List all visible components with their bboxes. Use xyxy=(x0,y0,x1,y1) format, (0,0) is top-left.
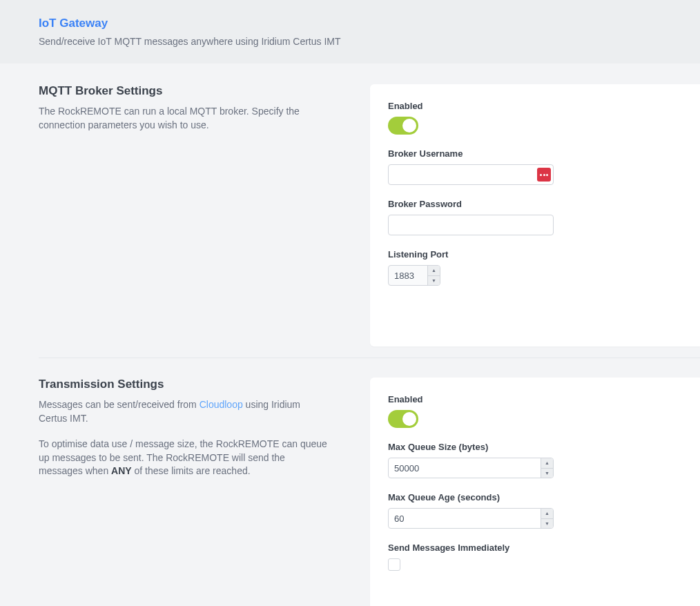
section-transmission-left: Transmission Settings Messages can be se… xyxy=(39,378,329,491)
panel-footer xyxy=(388,597,700,606)
broker-enabled-label: Enabled xyxy=(388,101,672,111)
max-queue-size-input[interactable] xyxy=(389,458,541,478)
broker-username-label: Broker Username xyxy=(388,148,672,159)
listening-port-field: Listening Port ▲ ▼ xyxy=(388,249,672,286)
section-transmission: Transmission Settings Messages can be se… xyxy=(39,378,700,606)
stepper: ▲ ▼ xyxy=(541,509,553,528)
broker-enabled-toggle[interactable] xyxy=(388,117,418,135)
broker-settings-desc: The RockREMOTE can run a local MQTT brok… xyxy=(39,105,329,132)
max-queue-age-stepper: ▲ ▼ xyxy=(388,508,554,529)
page-subtitle: Send/receive IoT MQTT messages anywhere … xyxy=(39,36,661,47)
max-queue-size-label: Max Queue Size (bytes) xyxy=(388,442,672,452)
max-queue-age-field: Max Queue Age (seconds) ▲ ▼ xyxy=(388,492,672,529)
stepper: ▲ ▼ xyxy=(541,458,553,478)
max-queue-age-input[interactable] xyxy=(389,509,541,528)
broker-password-label: Broker Password xyxy=(388,199,672,209)
send-immediately-field: Send Messages Immediately xyxy=(388,543,672,571)
broker-password-field: Broker Password xyxy=(388,199,672,235)
max-queue-size-stepper: ▲ ▼ xyxy=(388,458,554,478)
step-down-button[interactable]: ▼ xyxy=(541,519,553,529)
send-immediately-label: Send Messages Immediately xyxy=(388,543,672,553)
broker-username-input[interactable] xyxy=(388,164,554,185)
step-up-button[interactable]: ▲ xyxy=(541,458,553,469)
transmission-desc-prefix: Messages can be sent/received from xyxy=(39,399,200,410)
transmission-panel: Enabled Max Queue Size (bytes) ▲ ▼ xyxy=(370,378,700,606)
cloudloop-link[interactable]: Cloudloop xyxy=(200,399,243,410)
transmission-desc2-bold: ANY xyxy=(111,465,132,476)
section-broker: MQTT Broker Settings The RockREMOTE can … xyxy=(39,84,700,349)
page-content: MQTT Broker Settings The RockREMOTE can … xyxy=(0,63,700,606)
step-up-button[interactable]: ▲ xyxy=(541,509,553,519)
broker-enabled-field: Enabled xyxy=(388,101,672,135)
password-manager-icon[interactable] xyxy=(537,168,551,182)
toggle-knob xyxy=(402,119,416,133)
page-header: IoT Gateway Send/receive IoT MQTT messag… xyxy=(0,0,700,63)
step-down-button[interactable]: ▼ xyxy=(428,276,440,286)
transmission-enabled-field: Enabled xyxy=(388,394,672,428)
transmission-desc-2: To optimise data use / message size, the… xyxy=(39,438,329,478)
transmission-enabled-label: Enabled xyxy=(388,394,672,404)
listening-port-label: Listening Port xyxy=(388,249,672,260)
max-queue-size-field: Max Queue Size (bytes) ▲ ▼ xyxy=(388,442,672,478)
step-down-button[interactable]: ▼ xyxy=(541,469,553,478)
stepper: ▲ ▼ xyxy=(427,266,440,285)
toggle-knob xyxy=(402,412,416,426)
section-broker-left: MQTT Broker Settings The RockREMOTE can … xyxy=(39,84,329,144)
broker-password-input[interactable] xyxy=(388,215,554,235)
max-queue-age-label: Max Queue Age (seconds) xyxy=(388,492,672,502)
broker-username-field: Broker Username xyxy=(388,148,672,185)
transmission-enabled-toggle[interactable] xyxy=(388,410,418,428)
listening-port-stepper: ▲ ▼ xyxy=(388,265,440,286)
step-up-button[interactable]: ▲ xyxy=(428,266,440,276)
transmission-desc-1: Messages can be sent/received from Cloud… xyxy=(39,398,329,425)
broker-settings-title: MQTT Broker Settings xyxy=(39,84,329,98)
listening-port-input[interactable] xyxy=(389,266,427,285)
transmission-desc2-suffix: of these limits are reached. xyxy=(132,465,251,476)
send-immediately-checkbox[interactable] xyxy=(388,558,400,571)
section-divider xyxy=(39,358,700,358)
transmission-title: Transmission Settings xyxy=(39,378,329,391)
broker-panel: Enabled Broker Username xyxy=(370,84,700,346)
panel-footer xyxy=(388,312,700,346)
page-title: IoT Gateway xyxy=(39,17,661,30)
